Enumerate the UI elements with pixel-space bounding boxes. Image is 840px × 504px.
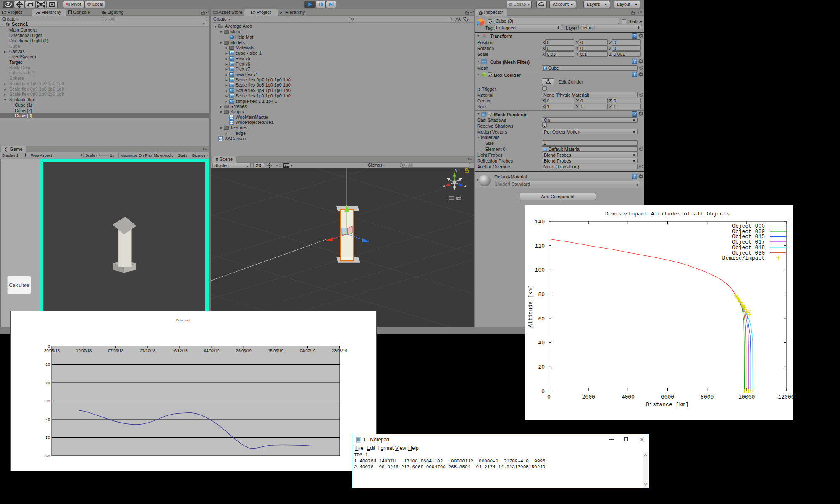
svg-text:-10: -10 bbox=[44, 362, 50, 367]
svg-text:19/07/18: 19/07/18 bbox=[76, 348, 92, 353]
svg-text:0: 0 bbox=[547, 394, 551, 400]
svg-text:Altitude [km]: Altitude [km] bbox=[528, 285, 534, 327]
svg-text:20: 20 bbox=[538, 364, 545, 370]
svg-text:04/07/19: 04/07/19 bbox=[300, 348, 315, 353]
svg-text:Demise/Impact Altitudes of all: Demise/Impact Altitudes of all Objects bbox=[605, 211, 730, 217]
svg-text:6000: 6000 bbox=[661, 394, 674, 400]
svg-text:120: 120 bbox=[535, 243, 545, 249]
svg-text:16/12/18: 16/12/18 bbox=[172, 348, 188, 353]
svg-text:4000: 4000 bbox=[622, 394, 635, 400]
svg-text:40: 40 bbox=[538, 340, 545, 346]
svg-text:140: 140 bbox=[535, 219, 545, 225]
svg-text:Iso: Iso bbox=[456, 196, 462, 201]
svg-text:15/05/19: 15/05/19 bbox=[268, 348, 284, 353]
svg-text:x: x bbox=[443, 184, 445, 188]
svg-text:30/05/18: 30/05/18 bbox=[44, 348, 60, 353]
svg-text:-40: -40 bbox=[44, 417, 50, 422]
svg-text:-60: -60 bbox=[44, 454, 50, 458]
svg-text:0: 0 bbox=[48, 344, 50, 349]
svg-text:8000: 8000 bbox=[701, 394, 714, 400]
svg-text:Beta angle: Beta angle bbox=[176, 318, 192, 322]
svg-text:0: 0 bbox=[541, 388, 545, 395]
svg-text:07/09/18: 07/09/18 bbox=[108, 348, 123, 353]
svg-text:10000: 10000 bbox=[738, 394, 755, 400]
svg-text:12000: 12000 bbox=[778, 394, 793, 400]
svg-text:26/03/19: 26/03/19 bbox=[236, 348, 252, 353]
svg-text:2000: 2000 bbox=[582, 394, 595, 400]
svg-text:Distance [km]: Distance [km] bbox=[646, 402, 688, 408]
svg-text:-50: -50 bbox=[44, 435, 50, 440]
svg-text:y: y bbox=[455, 168, 457, 172]
svg-text:04/02/19: 04/02/19 bbox=[204, 348, 220, 353]
svg-text:60: 60 bbox=[538, 316, 545, 322]
svg-text:z: z bbox=[464, 184, 466, 188]
svg-text:-20: -20 bbox=[44, 381, 50, 385]
svg-text:100: 100 bbox=[535, 267, 545, 273]
svg-text:Demise/Impact: Demise/Impact bbox=[722, 255, 765, 261]
svg-text:-30: -30 bbox=[44, 399, 50, 403]
svg-text:27/10/18: 27/10/18 bbox=[140, 348, 155, 353]
svg-text:80: 80 bbox=[538, 291, 545, 298]
svg-text:23/08/19: 23/08/19 bbox=[332, 348, 347, 353]
